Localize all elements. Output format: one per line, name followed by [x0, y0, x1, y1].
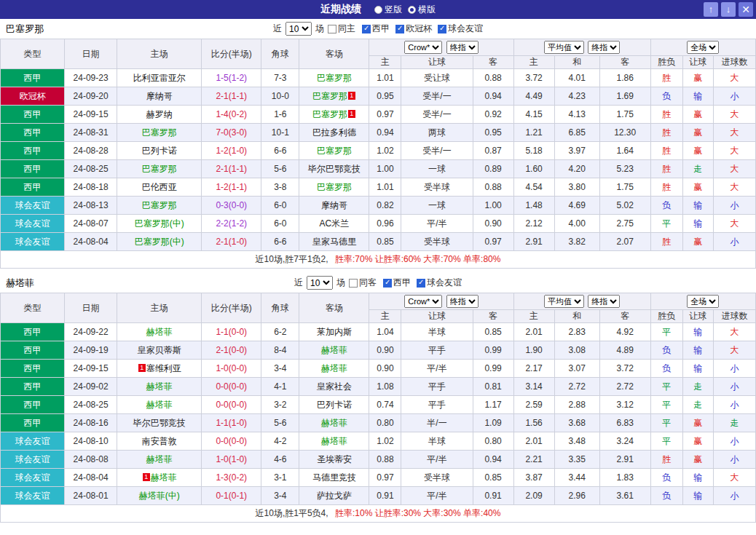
away-team-link[interactable]: 巴塞罗那	[312, 109, 347, 119]
result-handicap-cell: 赢	[682, 414, 713, 432]
layout-radio-horizontal[interactable]: 横版	[408, 4, 436, 16]
odds-home-cell: 1.02	[369, 432, 401, 451]
home-team-link[interactable]: 赫塔菲	[146, 454, 173, 464]
home-team-link[interactable]: 巴列卡诺	[142, 146, 177, 156]
match-count-select[interactable]: 10	[286, 22, 312, 36]
score-cell: 2-1(1-1)	[202, 160, 261, 178]
radio-checked-icon[interactable]	[408, 6, 416, 14]
home-team-link[interactable]: 赫塔菲(中)	[139, 491, 180, 501]
scope-select[interactable]: 全场	[687, 41, 719, 54]
same-venue-label: 同主	[338, 23, 355, 35]
away-team-link[interactable]: 毕尔巴鄂竞技	[308, 164, 361, 174]
odds-handicap-cell: 受半球	[401, 178, 473, 197]
odds-away-cell: 0.94	[473, 451, 513, 469]
home-team-link[interactable]: 巴塞罗那	[142, 200, 177, 210]
average-select[interactable]: 平均值	[544, 41, 584, 54]
away-cell: 赫塔菲	[299, 341, 369, 360]
section-header: 赫塔菲 近 10 场 同客 西甲球会友谊	[0, 273, 756, 293]
col-home: 主场	[117, 293, 202, 323]
home-team-link[interactable]: 赫塔菲	[146, 327, 173, 337]
home-team-link[interactable]: 巴塞罗那(中)	[135, 237, 184, 247]
home-team-link[interactable]: 赫塔菲	[146, 381, 173, 392]
home-team-link[interactable]: 巴塞罗那	[142, 127, 177, 138]
odds-home-cell: 0.90	[369, 341, 401, 360]
odds-home-cell: 0.80	[369, 414, 401, 432]
odds-stage-select[interactable]: 终指	[446, 41, 479, 54]
home-team-link[interactable]: 摩纳哥	[146, 91, 173, 101]
score-cell: 1-2(1-1)	[202, 178, 261, 197]
away-team-link[interactable]: 萨拉戈萨	[317, 491, 352, 501]
home-team-link[interactable]: 赫塔菲	[151, 472, 177, 483]
average-select[interactable]: 平均值	[544, 295, 584, 308]
away-team-link[interactable]: 马德里竞技	[312, 472, 356, 483]
corner-cell: 4-2	[261, 432, 299, 451]
away-team-link[interactable]: 皇家社会	[317, 381, 352, 392]
scroll-down-button[interactable]: ↓	[721, 2, 736, 17]
away-team-link[interactable]: 巴塞罗那	[317, 182, 352, 192]
odds-handicap-cell: 半/一	[401, 414, 473, 432]
away-team-link[interactable]: 赫塔菲	[321, 418, 347, 428]
avg-home-cell: 5.18	[513, 142, 554, 160]
away-team-link[interactable]: 巴塞罗那	[317, 73, 352, 83]
away-team-link[interactable]: 巴列卡诺	[317, 400, 352, 410]
odds-stage-select[interactable]: 终指	[446, 295, 479, 308]
home-team-link[interactable]: 赫罗纳	[146, 109, 173, 119]
home-team-link[interactable]: 巴伦西亚	[142, 182, 177, 192]
home-team-link[interactable]: 巴塞罗那(中)	[135, 218, 184, 229]
avg-home-cell: 2.91	[513, 233, 554, 251]
league-checkbox[interactable]	[383, 279, 392, 288]
away-team-link[interactable]: 赫塔菲	[321, 363, 347, 373]
away-team-link[interactable]: 赫塔菲	[321, 436, 347, 446]
same-venue-filter: 同客	[349, 277, 377, 289]
home-team-link[interactable]: 赫塔菲	[146, 400, 173, 410]
date-cell: 24-08-13	[65, 197, 117, 215]
avg-stage-select[interactable]: 终指	[588, 41, 620, 54]
bookmaker-select[interactable]: Crow*	[404, 295, 442, 308]
avg-away-cell: 1.75	[599, 178, 650, 197]
subcol-odds-handicap: 让球	[401, 56, 473, 69]
avg-draw-cell: 4.69	[554, 197, 599, 215]
away-team-link[interactable]: 赫塔菲	[321, 345, 347, 355]
away-team-link[interactable]: 摩纳哥	[321, 200, 347, 210]
away-team-link[interactable]: 巴拉多利德	[312, 127, 356, 138]
subcol-odds-home: 主	[369, 56, 401, 69]
layout-radio-vertical[interactable]: 竖版	[374, 4, 402, 16]
league-checkbox[interactable]	[438, 25, 446, 33]
home-team-link[interactable]: 比利亚雷亚尔	[133, 73, 186, 83]
home-cell: 赫塔菲	[117, 451, 202, 469]
avg-home-cell: 1.21	[513, 124, 554, 142]
subcol-goals-result: 进球数	[713, 56, 755, 69]
result-handicap-cell: 走	[682, 160, 713, 178]
summary-row: 近10场,胜7平1负2, 胜率:70% 让胜率:60% 大率:70% 单率:80…	[1, 251, 756, 269]
away-team-link[interactable]: 巴塞罗那	[317, 146, 352, 156]
home-team-link[interactable]: 皇家贝蒂斯	[138, 345, 181, 355]
red-card-badge: 1	[348, 92, 355, 100]
away-team-link[interactable]: AC米兰	[320, 218, 350, 229]
league-checkbox[interactable]	[362, 25, 371, 33]
home-team-link[interactable]: 毕尔巴鄂竞技	[133, 418, 186, 428]
scroll-up-button[interactable]: ↑	[704, 2, 718, 17]
close-button[interactable]: ✕	[739, 2, 753, 17]
match-count-select[interactable]: 10	[307, 276, 333, 290]
same-venue-checkbox[interactable]	[328, 25, 336, 33]
odds-away-cell: 0.81	[473, 378, 513, 396]
away-team-link[interactable]: 皇家马德里	[312, 237, 356, 247]
bookmaker-select[interactable]: Crow*	[404, 41, 442, 54]
same-venue-checkbox[interactable]	[349, 279, 358, 288]
section-team-name: 赫塔菲	[6, 273, 34, 293]
away-team-link[interactable]: 莱加内斯	[317, 327, 352, 337]
home-team-link[interactable]: 巴塞罗那	[142, 164, 177, 174]
radio-icon[interactable]	[374, 6, 382, 14]
avg-stage-select[interactable]: 终指	[588, 295, 620, 308]
away-team-link[interactable]: 圣埃蒂安	[317, 454, 352, 464]
home-team-link[interactable]: 塞维利亚	[146, 363, 181, 373]
avg-draw-cell: 4.00	[554, 215, 599, 233]
away-team-link[interactable]: 巴塞罗那	[312, 91, 347, 101]
corner-cell: 6-6	[261, 233, 299, 251]
home-team-link[interactable]: 南安普敦	[142, 436, 177, 446]
scope-select[interactable]: 全场	[687, 295, 719, 308]
avg-home-cell: 2.12	[513, 215, 554, 233]
league-checkbox[interactable]	[417, 279, 425, 288]
league-checkbox[interactable]	[395, 25, 404, 33]
score-text: 1-2(1-0)	[216, 146, 247, 156]
